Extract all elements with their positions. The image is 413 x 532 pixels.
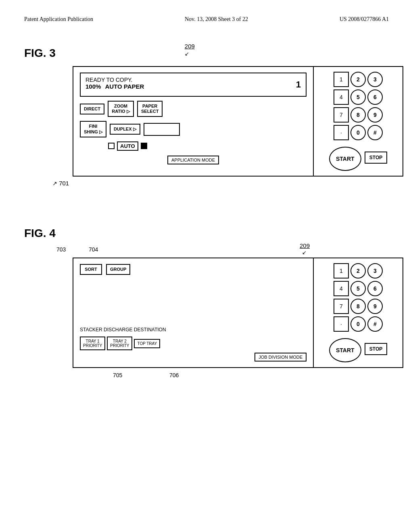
fig4-tray1-btn[interactable]: TRAY 1 PRIORITY <box>80 337 105 350</box>
fig4-stop-btn[interactable]: STOP <box>365 343 387 355</box>
fig3-app-mode[interactable]: APPLICATION MODE <box>167 156 219 164</box>
fig4-ref-705: 705 <box>113 372 122 378</box>
fig4-ref-num: 209 <box>300 242 310 249</box>
fig3-auto-checkbox[interactable] <box>108 143 115 149</box>
fig4-key-9[interactable]: 9 <box>367 299 383 314</box>
fig4-bottom-refs: 705 706 <box>48 372 379 388</box>
fig3-auto-label: AUTO <box>120 143 135 149</box>
figure-4-section: FIG. 4 703 704 209 ↙ SORT GROUP <box>24 227 389 388</box>
header-left: Patent Application Publication <box>24 16 93 23</box>
fig3-display-line2: 100% AUTO PAPER <box>86 83 301 90</box>
fig3-panel-right: 1 2 3 4 5 6 7 8 9 <box>314 67 403 176</box>
fig4-start-stop-row: START STOP <box>329 336 387 362</box>
fig4-job-div-wrapper: JOB DIVISION MODE <box>80 353 307 362</box>
fig3-display-number: 1 <box>296 79 301 90</box>
fig3-start-btn[interactable]: START <box>329 147 361 171</box>
fig3-ref-num: 209 <box>185 43 195 50</box>
fig3-keypad-row4: · 0 # <box>334 125 383 140</box>
fig3-display-line1: READY TO COPY. <box>86 77 301 83</box>
fig3-label: FIG. 3 <box>24 47 56 60</box>
fig3-stop-btn[interactable]: STOP <box>365 152 387 164</box>
fig4-start-btn[interactable]: START <box>329 338 361 362</box>
fig4-panel-left: SORT GROUP STACKER DISCHARGE DESTINATION… <box>73 258 314 367</box>
fig4-spacer <box>73 275 313 327</box>
fig3-finishing-btn[interactable]: FINI SHING ▷ <box>80 121 106 137</box>
figure-3-section: FIG. 3 209 ↙ READY TO COPY. 100% AUTO PA… <box>24 47 389 187</box>
fig3-duplex-btn[interactable]: DUPLEX ▷ <box>110 124 140 135</box>
fig4-ref-704: 704 <box>89 246 98 253</box>
fig3-key-4[interactable]: 4 <box>334 89 349 105</box>
page: Patent Application Publication Nov. 13, … <box>0 0 413 532</box>
fig4-keypad-row4: · 0 # <box>334 316 383 332</box>
fig3-panel-wrapper: READY TO COPY. 100% AUTO PAPER 1 DIRECT <box>48 66 389 187</box>
fig3-key-1[interactable]: 1 <box>334 72 349 87</box>
fig3-button-row2: FINI SHING ▷ DUPLEX ▷ <box>80 121 307 137</box>
fig4-panel-right: 1 2 3 4 5 6 7 8 9 · <box>314 258 403 367</box>
fig3-key-6[interactable]: 6 <box>367 89 383 105</box>
fig3-keypad-row1: 1 2 3 <box>334 72 383 87</box>
fig4-key-0[interactable]: 0 <box>350 316 366 332</box>
fig4-sort-btn[interactable]: SORT <box>80 264 102 275</box>
fig4-key-hash[interactable]: # <box>367 316 383 332</box>
fig3-direct-btn[interactable]: DIRECT <box>80 104 104 114</box>
fig4-ref-703: 703 <box>56 246 66 253</box>
fig4-job-div-label[interactable]: JOB DIVISION MODE <box>254 353 307 362</box>
fig3-app-mode-wrapper: APPLICATION MODE <box>80 156 307 164</box>
fig4-key-2[interactable]: 2 <box>350 263 366 278</box>
fig4-group-btn[interactable]: GROUP <box>106 264 130 275</box>
fig4-tray-buttons: TRAY 1 PRIORITY TRAY 2 PRIORITY TOP TRAY <box>80 337 307 350</box>
fig3-start-stop-row: START STOP <box>329 144 387 171</box>
fig3-keypad-row2: 4 5 6 <box>334 89 383 105</box>
fig3-key-9[interactable]: 9 <box>367 107 383 123</box>
fig4-key-4[interactable]: 4 <box>334 281 349 296</box>
fig3-keypad-row3: 7 8 9 <box>334 107 383 123</box>
fig4-key-1[interactable]: 1 <box>334 263 349 278</box>
fig3-auto-indicator <box>141 143 147 149</box>
fig3-key-5[interactable]: 5 <box>350 89 366 105</box>
header-middle: Nov. 13, 2008 Sheet 3 of 22 <box>185 16 248 23</box>
fig4-key-6[interactable]: 6 <box>367 281 383 296</box>
fig4-keypad-row3: 7 8 9 <box>334 299 383 314</box>
fig3-button-row1: DIRECT ZOOM RATIO ▷ PAPER SELECT <box>80 101 307 117</box>
fig4-label: FIG. 4 <box>24 227 56 240</box>
fig3-auto-toggle[interactable]: AUTO <box>117 141 138 151</box>
fig3-ref-701-area: ↗ 701 <box>52 180 389 187</box>
fig4-panel-wrapper: SORT GROUP STACKER DISCHARGE DESTINATION… <box>48 258 389 388</box>
fig4-copier-panel: SORT GROUP STACKER DISCHARGE DESTINATION… <box>73 258 403 368</box>
fig4-key-8[interactable]: 8 <box>350 299 366 314</box>
fig3-key-2[interactable]: 2 <box>350 72 366 87</box>
fig3-ref-701: 701 <box>59 180 69 187</box>
fig3-key-dot[interactable]: · <box>334 125 349 140</box>
fig3-key-8[interactable]: 8 <box>350 107 366 123</box>
fig4-keypad-row2: 4 5 6 <box>334 281 383 296</box>
fig3-display: READY TO COPY. 100% AUTO PAPER 1 <box>80 73 307 97</box>
fig4-sort-group-area: SORT GROUP <box>73 258 313 275</box>
header-right: US 2008/0277866 A1 <box>340 16 389 23</box>
fig3-key-3[interactable]: 3 <box>367 72 383 87</box>
fig3-paper-select-btn[interactable]: PAPER SELECT <box>137 101 163 117</box>
fig4-key-7[interactable]: 7 <box>334 299 349 314</box>
fig3-key-7[interactable]: 7 <box>334 107 349 123</box>
fig4-top-tray-btn[interactable]: TOP TRAY <box>134 339 160 348</box>
fig4-stacker-title: STACKER DISCHARGE DESTINATION <box>80 327 307 332</box>
fig3-key-0[interactable]: 0 <box>350 125 366 140</box>
fig4-key-3[interactable]: 3 <box>367 263 383 278</box>
fig3-auto-row: AUTO <box>108 141 307 151</box>
fig4-top-refs: 703 704 209 ↙ <box>48 246 379 256</box>
fig4-key-5[interactable]: 5 <box>350 281 366 296</box>
fig3-key-hash[interactable]: # <box>367 125 383 140</box>
fig3-zoom-ratio-btn[interactable]: ZOOM RATIO ▷ <box>108 101 134 117</box>
fig3-display-normal: AUTO PAPER <box>105 83 144 90</box>
fig3-empty-btn <box>144 123 180 136</box>
fig4-key-dot[interactable]: · <box>334 316 349 332</box>
fig4-keypad-row1: 1 2 3 <box>334 263 383 278</box>
fig4-tray2-btn[interactable]: TRAY 2 PRIORITY <box>107 337 132 350</box>
fig4-stacker-section: STACKER DISCHARGE DESTINATION TRAY 1 PRI… <box>73 327 313 367</box>
fig3-display-bold: 100% <box>86 83 101 90</box>
patent-header: Patent Application Publication Nov. 13, … <box>24 16 389 23</box>
fig3-panel-left: READY TO COPY. 100% AUTO PAPER 1 DIRECT <box>73 67 314 176</box>
fig4-ref-706: 706 <box>169 372 179 378</box>
fig3-copier-panel: READY TO COPY. 100% AUTO PAPER 1 DIRECT <box>73 66 403 177</box>
